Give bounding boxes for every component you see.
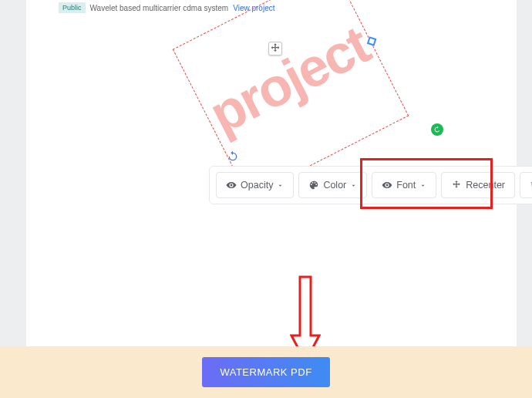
watermark-bounding-box[interactable]: project: [200, 0, 381, 166]
document-canvas: Public Wavelet based multicarrier cdma s…: [26, 0, 517, 346]
recenter-button[interactable]: Recenter: [441, 172, 515, 198]
document-title: Wavelet based multicarrier cdma system: [90, 4, 229, 12]
trash-icon: [529, 180, 532, 191]
color-label: Color: [323, 180, 346, 191]
eye-icon: [382, 180, 392, 191]
chevron-down-icon: [350, 182, 357, 189]
font-button[interactable]: Font: [372, 172, 436, 198]
visibility-badge: Public: [59, 2, 86, 13]
chevron-down-icon: [419, 182, 426, 189]
footer-bar: WATERMARK PDF: [0, 346, 532, 398]
move-icon: [451, 180, 462, 191]
chevron-down-icon: [277, 182, 284, 189]
grammarly-icon[interactable]: [431, 123, 443, 136]
opacity-button[interactable]: Opacity: [216, 172, 294, 198]
color-button[interactable]: Color: [298, 172, 367, 198]
eye-icon: [226, 180, 237, 191]
recenter-label: Recenter: [466, 180, 505, 191]
watermark-toolbar: Opacity Color Font Recenter: [209, 166, 532, 204]
opacity-label: Opacity: [241, 180, 273, 191]
watermark-pdf-button[interactable]: WATERMARK PDF: [202, 357, 329, 387]
watermark-text[interactable]: project: [200, 14, 379, 146]
font-label: Font: [396, 180, 416, 191]
palette-icon: [308, 180, 319, 191]
document-header-line: Public Wavelet based multicarrier cdma s…: [59, 2, 275, 13]
delete-button[interactable]: [520, 172, 532, 198]
